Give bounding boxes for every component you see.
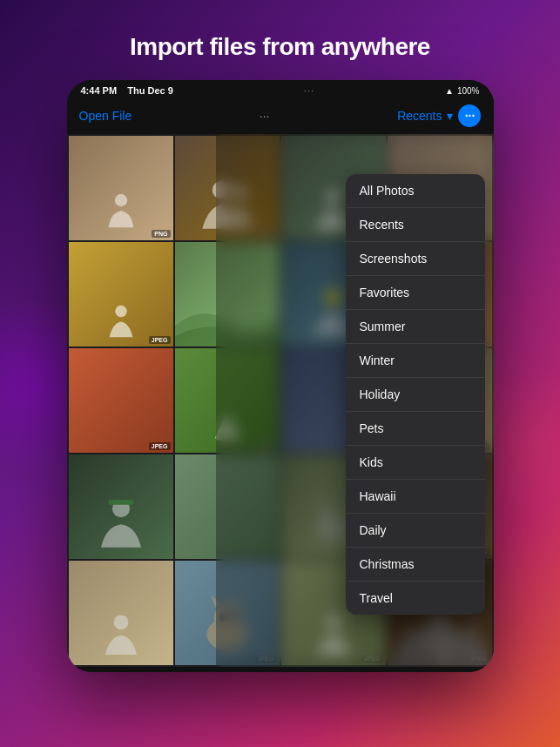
photo-cell[interactable]: JPEG xyxy=(69,348,173,453)
open-file-button[interactable]: Open File xyxy=(79,109,132,123)
dropdown-item-pets[interactable]: Pets xyxy=(346,412,485,446)
svg-point-0 xyxy=(114,194,126,206)
dropdown-menu: All Photos Recents Screenshots Favorites… xyxy=(346,174,485,615)
photo-cell[interactable] xyxy=(69,454,173,559)
top-bar: Open File ··· Recents ▾ ··· xyxy=(67,99,494,134)
dropdown-item-screenshots[interactable]: Screenshots xyxy=(346,242,485,276)
dropdown-item-travel[interactable]: Travel xyxy=(346,582,485,615)
svg-rect-12 xyxy=(108,500,133,505)
photo-person-silhouette xyxy=(95,608,147,660)
status-bar: 4:44 PM Thu Dec 9 ··· ▲ 100% xyxy=(67,80,494,99)
recents-button[interactable]: Recents ▾ xyxy=(397,109,453,123)
dropdown-item-holiday[interactable]: Holiday xyxy=(346,378,485,412)
svg-point-25 xyxy=(113,615,128,629)
dropdown-item-hawaii[interactable]: Hawaii xyxy=(346,480,485,514)
status-time: 4:44 PM Thu Dec 9 xyxy=(81,85,173,96)
photo-person-silhouette xyxy=(100,299,142,341)
dropdown-item-winter[interactable]: Winter xyxy=(346,344,485,378)
dropdown-item-favorites[interactable]: Favorites xyxy=(346,276,485,310)
svg-point-5 xyxy=(115,306,126,317)
photo-cell[interactable] xyxy=(69,561,173,665)
page-headline: Import files from anywhere xyxy=(130,33,430,61)
dropdown-item-summer[interactable]: Summer xyxy=(346,310,485,344)
photo-cell[interactable]: JPEG xyxy=(69,242,173,347)
dropdown-item-christmas[interactable]: Christmas xyxy=(346,548,485,582)
ipad-frame: 4:44 PM Thu Dec 9 ··· ▲ 100% Open File ·… xyxy=(67,80,494,672)
wifi-icon: ▲ xyxy=(445,86,454,96)
status-dots: ··· xyxy=(304,85,314,96)
status-right-icons: ▲ 100% xyxy=(445,86,479,96)
more-options-button[interactable]: ··· xyxy=(458,104,481,127)
dropdown-item-kids[interactable]: Kids xyxy=(346,446,485,480)
dropdown-item-daily[interactable]: Daily xyxy=(346,514,485,548)
photo-area: PNG JPEG JPEG xyxy=(67,134,494,667)
top-bar-dots: ··· xyxy=(260,109,270,123)
dropdown-item-all-photos[interactable]: All Photos xyxy=(346,174,485,208)
photo-person-silhouette xyxy=(100,190,142,232)
photo-cell[interactable]: PNG xyxy=(69,136,173,240)
dropdown-item-recents[interactable]: Recents xyxy=(346,208,485,242)
bottom-bar xyxy=(67,667,494,672)
photo-person-hat xyxy=(90,491,152,554)
battery-indicator: 100% xyxy=(457,86,480,96)
